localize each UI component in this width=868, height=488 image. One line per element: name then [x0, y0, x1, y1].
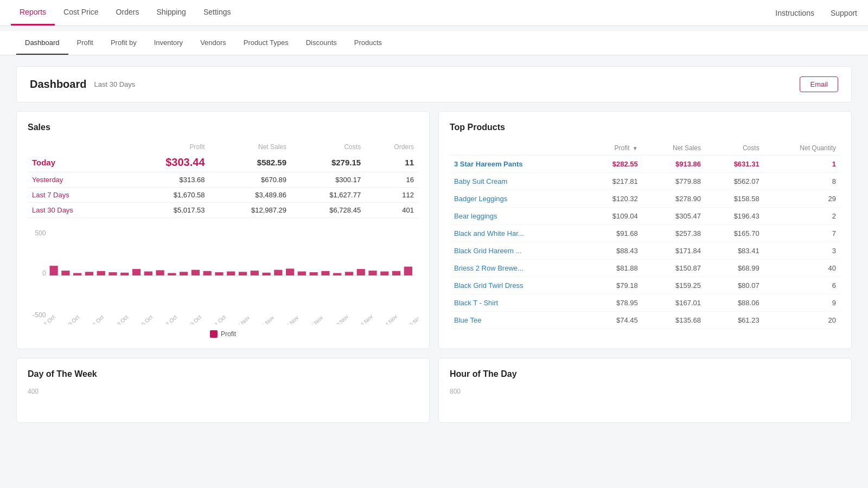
svg-rect-32	[368, 271, 376, 275]
sub-tab-products[interactable]: Products	[346, 31, 391, 55]
product-qty-cell: 8	[764, 173, 840, 190]
svg-text:14 Nov: 14 Nov	[382, 313, 399, 324]
orders-cell: 112	[365, 188, 418, 203]
product-netsales-cell: $167.01	[642, 294, 705, 312]
product-link[interactable]: Badger Leggings	[454, 195, 507, 203]
svg-rect-12	[132, 269, 141, 275]
product-costs-cell: $83.41	[705, 242, 764, 260]
product-row: Black Grid Twirl Dress$79.18$159.25$80.0…	[450, 277, 840, 294]
svg-text:6 Nov: 6 Nov	[285, 314, 300, 324]
svg-rect-33	[380, 272, 388, 275]
svg-text:10 Nov: 10 Nov	[333, 313, 350, 324]
product-name-cell[interactable]: Black Grid Twirl Dress	[450, 277, 584, 294]
product-name-cell[interactable]: 3 Star Hareem Pants	[450, 156, 584, 173]
product-name-cell[interactable]: Blue Tee	[450, 312, 584, 329]
svg-rect-30	[345, 272, 353, 275]
sub-tab-product-types[interactable]: Product Types	[235, 31, 297, 55]
top-nav-item-settings[interactable]: Settings	[195, 0, 240, 25]
product-profit-cell: $78.95	[584, 294, 642, 312]
product-name-cell[interactable]: Badger Leggings	[450, 190, 584, 208]
product-link[interactable]: Black Grid Hareem ...	[454, 247, 521, 255]
product-name-cell[interactable]: Black and White Har...	[450, 225, 584, 242]
legend-box	[210, 330, 218, 338]
top-nav-item-reports[interactable]: Reports	[11, 0, 55, 25]
product-profit-cell: $79.18	[584, 277, 642, 294]
product-row: 3 Star Hareem Pants$282.55$913.86$631.31…	[450, 156, 840, 173]
product-row: Badger Leggings$120.32$278.90$158.5829	[450, 190, 840, 208]
sub-tab-profit-by[interactable]: Profit by	[102, 31, 145, 55]
product-name-cell[interactable]: Black T - Shirt	[450, 294, 584, 312]
product-profit-cell: $217.81	[584, 173, 642, 190]
product-row: Bear leggings$109.04$305.47$196.432	[450, 208, 840, 225]
product-link[interactable]: Black T - Shirt	[454, 299, 498, 307]
sales-chart-area: 500 0 -500 17 Oct19 Oct21 Oct23 Oct25 Oc…	[28, 227, 418, 338]
top-nav-right: InstructionsSupport	[775, 0, 857, 25]
product-link[interactable]: Bear leggings	[454, 212, 497, 220]
sub-tab-dashboard[interactable]: Dashboard	[16, 31, 68, 55]
product-costs-cell: $631.31	[705, 156, 764, 173]
svg-rect-29	[333, 273, 341, 275]
svg-rect-35	[404, 267, 412, 275]
product-netsales-cell: $159.25	[642, 277, 705, 294]
top-nav-item-orders[interactable]: Orders	[107, 0, 148, 25]
nav-link-instructions[interactable]: Instructions	[775, 9, 814, 17]
product-link[interactable]: Briess 2 Row Brewe...	[454, 264, 524, 272]
product-link[interactable]: 3 Star Hareem Pants	[454, 160, 522, 168]
product-row: Baby Suit Cream$217.81$779.88$562.078	[450, 173, 840, 190]
period-cell[interactable]: Yesterday	[28, 172, 120, 188]
legend-label: Profit	[221, 330, 236, 338]
top-nav-item-cost-price[interactable]: Cost Price	[55, 0, 107, 25]
product-netsales-cell: $305.47	[642, 208, 705, 225]
product-qty-cell: 29	[764, 190, 840, 208]
svg-rect-23	[262, 273, 270, 275]
product-link[interactable]: Black Grid Twirl Dress	[454, 281, 524, 290]
email-button[interactable]: Email	[800, 76, 838, 92]
product-name-cell[interactable]: Bear leggings	[450, 208, 584, 225]
product-costs-cell: $68.99	[705, 260, 764, 277]
chart-legend: Profit	[28, 330, 418, 338]
costs-cell: $6,728.45	[291, 203, 365, 218]
netsales-cell: $670.89	[209, 172, 291, 188]
product-netsales-cell: $135.68	[642, 312, 705, 329]
product-name-cell[interactable]: Baby Suit Cream	[450, 173, 584, 190]
top-nav-item-shipping[interactable]: Shipping	[148, 0, 195, 25]
nav-link-support[interactable]: Support	[831, 9, 857, 17]
profit-cell: $303.44	[120, 153, 209, 172]
profit-col-header: Profit	[120, 141, 209, 153]
svg-rect-27	[310, 272, 318, 275]
svg-text:31 Oct: 31 Oct	[212, 314, 227, 324]
svg-rect-19	[215, 272, 223, 275]
product-row: Black and White Har...$91.68$257.38$165.…	[450, 225, 840, 242]
product-costs-cell: $165.70	[705, 225, 764, 242]
products-header-row: Profit ▼ Net Sales Costs Net Quantity	[450, 141, 840, 156]
sales-row: Last 7 Days$1,670.58$3,489.86$1,627.7711…	[28, 188, 418, 203]
product-link[interactable]: Blue Tee	[454, 316, 481, 324]
orders-cell: 16	[365, 172, 418, 188]
period-cell[interactable]: Last 7 Days	[28, 188, 120, 203]
svg-rect-16	[180, 272, 188, 275]
sub-tab-inventory[interactable]: Inventory	[145, 31, 192, 55]
svg-text:19 Oct: 19 Oct	[65, 314, 81, 324]
product-costs-cell: $61.23	[705, 312, 764, 329]
sales-card: Sales Profit Net Sales Costs Orders Toda…	[16, 111, 430, 349]
svg-rect-10	[108, 272, 117, 275]
product-profit-cell: $109.04	[584, 208, 642, 225]
sub-tab-vendors[interactable]: Vendors	[192, 31, 235, 55]
product-name-cell[interactable]: Briess 2 Row Brewe...	[450, 260, 584, 277]
svg-rect-20	[227, 272, 235, 275]
product-link[interactable]: Black and White Har...	[454, 229, 524, 237]
product-name-cell[interactable]: Black Grid Hareem ...	[450, 242, 584, 260]
svg-rect-17	[192, 270, 200, 275]
product-qty-cell: 2	[764, 208, 840, 225]
orders-col-header: Orders	[365, 141, 418, 153]
product-link[interactable]: Baby Suit Cream	[454, 177, 507, 185]
dashboard-title: Dashboard	[30, 78, 86, 91]
svg-rect-22	[251, 271, 259, 275]
sub-tab-profit[interactable]: Profit	[68, 31, 102, 55]
profit-col[interactable]: Profit ▼	[584, 141, 642, 156]
sub-tab-discounts[interactable]: Discounts	[297, 31, 346, 55]
svg-rect-8	[85, 272, 93, 275]
period-cell[interactable]: Last 30 Days	[28, 203, 120, 218]
costs-col: Costs	[705, 141, 764, 156]
top-nav-left: ReportsCost PriceOrdersShippingSettings	[11, 0, 240, 25]
